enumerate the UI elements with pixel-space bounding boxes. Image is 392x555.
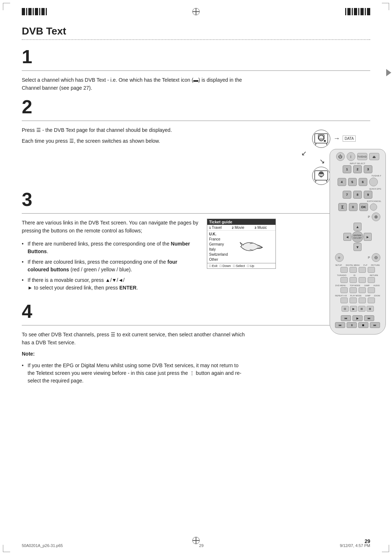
section-2-row: Press ☰ - the DVB Text page for that cha… [22, 126, 370, 185]
nav-arrow [386, 69, 391, 76]
remote-returnbtn[interactable] [368, 277, 375, 283]
remote-btn-1[interactable]: 1 [343, 165, 351, 173]
ticket-header: Ticket guide [207, 219, 275, 225]
bar [41, 8, 45, 15]
svg-line-13 [322, 175, 322, 176]
crop-mark-tl [3, 3, 10, 10]
remote-digital-btn[interactable] [350, 267, 357, 273]
dpad-middle-row: ◄ ENTER/CH LIST ► [343, 231, 372, 243]
crop-mark-bl [3, 545, 10, 552]
remote-num-row1: 1 2 3 [332, 165, 383, 173]
footer-filename: 50A0201A_p26-31.p65 [22, 543, 63, 548]
remote-teletext-btn[interactable] [350, 277, 357, 283]
svg-rect-3 [318, 135, 324, 139]
remote-btn-4[interactable]: 4 [338, 178, 346, 186]
remote-btn-2[interactable]: 2 [353, 165, 362, 173]
section-2-text: Press ☰ - the DVB Text page for that cha… [22, 126, 290, 145]
bar [345, 8, 346, 15]
remote-eject-btn[interactable]: ⏏ [369, 153, 379, 160]
bar [46, 8, 47, 15]
ticket-guide-box: Ticket guide 1 Travel 2 Movie 3 Music U.… [207, 219, 276, 269]
remote-up-btn[interactable]: ▲ [354, 223, 362, 231]
remote-repeat-btn[interactable] [340, 297, 348, 303]
remote-icon2-btn[interactable]: ▶ [350, 306, 357, 312]
remote-btn-ok[interactable]: OK [359, 203, 368, 211]
remote-jump-btn[interactable] [359, 287, 366, 293]
remote-play-btn[interactable]: ▶ [352, 315, 363, 321]
remote-stop-btn[interactable]: ⏹ [358, 322, 368, 328]
remote-info-btn[interactable]: i [347, 152, 355, 161]
remote-return-btn[interactable]: ⊖ [335, 253, 344, 262]
section-3-text: There are various links in the DVB Text … [22, 219, 200, 297]
label-pp: P+P [363, 264, 367, 266]
remote-enter-btn[interactable]: ENTER/CH LIST [352, 231, 363, 243]
label-quickepg: QUICK EPG [332, 188, 383, 190]
small-btns-row2 [334, 277, 382, 283]
note-bullet-list: If you enter the EPG or Digital Menu whi… [22, 360, 247, 386]
remote-btn-0[interactable]: 0 [349, 203, 358, 211]
note-title: Note: [22, 351, 247, 357]
remote-right-btn[interactable]: ► [364, 233, 372, 241]
small-btns-row3 [334, 287, 382, 293]
remote-tvdvd-btn[interactable]: TV/DVD [357, 153, 367, 160]
label-menu-icon: ⊟ [354, 274, 355, 276]
remote-icon4-btn[interactable]: ⊠ [367, 306, 374, 312]
remote-prev-btn[interactable]: ⏮ [335, 322, 345, 328]
ticket-tab-1: 1 Travel [209, 226, 228, 230]
remote-zoom-btn[interactable] [368, 297, 375, 303]
remote-pminus-btn[interactable]: ⊖ [372, 253, 380, 262]
remote-dvdmenu-btn[interactable] [340, 287, 348, 293]
remote-next-btn[interactable]: ⏭ [370, 322, 380, 328]
note-section: Note: If you enter the EPG or Digital Me… [22, 351, 247, 386]
remote-btn-3[interactable]: 3 [364, 165, 372, 173]
ticket-box: Ticket guide 1 Travel 2 Movie 3 Music U.… [207, 219, 276, 269]
remote-power-btn[interactable]: ⏻ [336, 152, 345, 161]
remote-pplus-btn[interactable]: ⊕ [372, 212, 380, 221]
remote-setup-btn[interactable] [340, 267, 348, 273]
bar [360, 8, 364, 15]
remote-jump2-btn[interactable] [359, 297, 366, 303]
remote-ff-btn[interactable]: ⏭ [364, 315, 374, 321]
remote-playmode-btn[interactable] [350, 297, 357, 303]
remote-btn-5[interactable]: 5 [348, 178, 357, 186]
remote-rew-btn[interactable]: ⏮ [341, 315, 351, 321]
remote-exitcancel-btn[interactable] [370, 203, 377, 211]
svg-line-12 [320, 175, 321, 176]
registration-mark-center [192, 8, 200, 15]
small-btn-labels2: TV/RADIO ⊟ RETURN [334, 274, 382, 276]
remote-btn-7[interactable]: 7 [343, 191, 351, 199]
barcode-left [22, 8, 47, 15]
remote-picture-btn[interactable] [368, 267, 375, 273]
remote-btn-9[interactable]: 9 [364, 191, 372, 199]
remote-left-btn[interactable]: ◄ [343, 233, 351, 241]
header-bar [22, 7, 370, 17]
remote-btn-6[interactable]: 6 [359, 178, 367, 186]
remote-num-row3: 7 8 9 [332, 191, 383, 199]
dpad-down-row: ▼ [354, 243, 362, 251]
ticket-tabs-row: 1 Travel 2 Movie 3 Music [207, 225, 275, 231]
small-btn-labels4: REPEAT A-B PLAY MODE JUMP ZOOM [334, 295, 382, 297]
remote-control: ⏻ i TV/DVD ⏏ INPUT SELECT 1 2 3 TV/DVB-T… [323, 149, 392, 335]
registration-mark-bottom [192, 537, 200, 544]
remote-blank-btn[interactable] [359, 277, 366, 283]
remote-topmode-btn[interactable] [350, 287, 357, 293]
remote-pause-btn[interactable]: ⏸ [347, 322, 357, 328]
remote-btn-8[interactable]: 8 [353, 191, 362, 199]
dpad-up-row: ▲ [354, 223, 362, 231]
label-playmode: PLAY MODE [350, 295, 362, 297]
remote-pp-btn[interactable] [359, 267, 366, 273]
bar [358, 8, 359, 15]
remote-audio-btn[interactable] [368, 287, 375, 293]
remote-btn-sigma[interactable]: Σ [338, 203, 347, 211]
dpad-wrapper: ▲ ◄ ENTER/CH LIST ► ▼ [332, 223, 383, 251]
remote-quickepg-btn[interactable] [369, 178, 378, 186]
svg-line-1 [315, 143, 316, 145]
page-title: DVB Text [22, 25, 370, 37]
remote-icon1-btn[interactable]: ⊟ [342, 306, 349, 312]
remote-icon3-btn[interactable]: ⊞ [358, 306, 366, 312]
label-topmode: TOP MODE [350, 284, 360, 287]
remote-body: ⏻ i TV/DVD ⏏ INPUT SELECT 1 2 3 TV/DVB-T… [330, 149, 386, 335]
bar [39, 8, 40, 15]
remote-down-btn[interactable]: ▼ [354, 243, 362, 251]
remote-tvradio-btn[interactable] [340, 277, 348, 283]
